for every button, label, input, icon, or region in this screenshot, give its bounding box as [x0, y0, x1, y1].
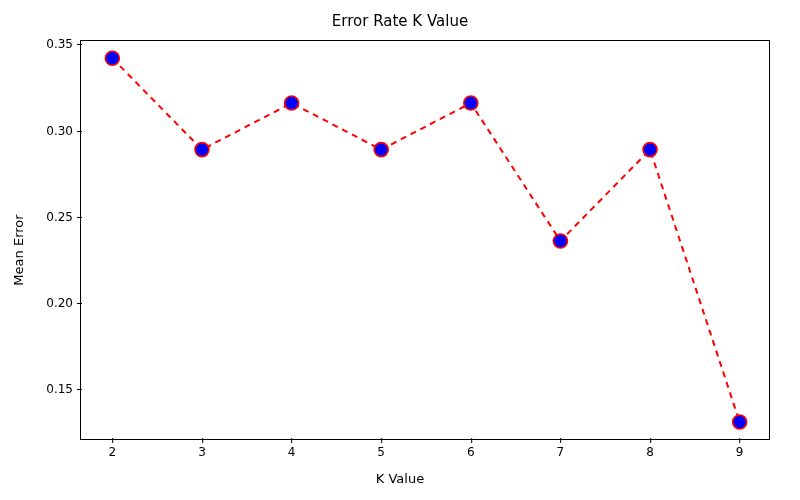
y-tick: 0.15 [46, 382, 81, 396]
data-point [374, 143, 388, 157]
y-tick: 0.35 [46, 37, 81, 51]
x-tick: 8 [646, 439, 654, 459]
x-tick: 9 [736, 439, 744, 459]
chart-figure: Error Rate K Value Mean Error K Value 0.… [0, 0, 800, 500]
data-point [195, 143, 209, 157]
x-axis-label: K Value [0, 471, 800, 486]
data-point [464, 96, 478, 110]
y-axis-label: Mean Error [11, 214, 26, 285]
x-tick: 6 [467, 439, 475, 459]
data-point [733, 415, 747, 429]
series-line [112, 58, 739, 422]
chart-title: Error Rate K Value [0, 12, 800, 30]
data-point [643, 143, 657, 157]
data-point [553, 234, 567, 248]
data-point [285, 96, 299, 110]
line-plot [81, 41, 769, 439]
x-tick: 4 [288, 439, 296, 459]
x-tick: 7 [557, 439, 565, 459]
y-tick: 0.30 [46, 124, 81, 138]
plot-area: 0.150.200.250.300.3523456789 [80, 40, 770, 440]
x-tick: 5 [377, 439, 385, 459]
x-tick: 3 [198, 439, 206, 459]
data-point [105, 51, 119, 65]
y-tick: 0.25 [46, 210, 81, 224]
x-tick: 2 [109, 439, 117, 459]
y-tick: 0.20 [46, 296, 81, 310]
